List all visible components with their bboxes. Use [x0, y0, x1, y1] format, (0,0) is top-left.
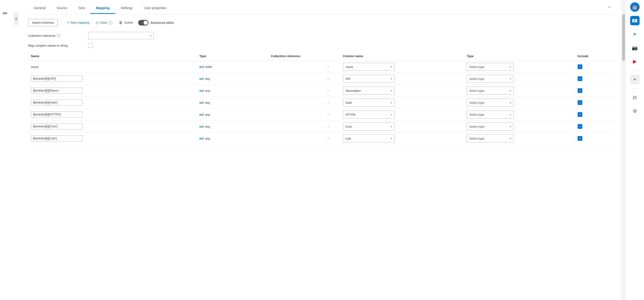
chevron-down-icon: ▾: [510, 137, 511, 140]
type-cell: ANYany: [196, 97, 256, 109]
clear-button[interactable]: ◇ Clear i: [94, 19, 114, 26]
clear-info-icon[interactable]: i: [108, 21, 112, 25]
plus-icon: +: [67, 21, 69, 25]
left-collapse-handle[interactable]: |||: [14, 13, 18, 25]
tab-general[interactable]: General: [28, 3, 51, 14]
import-schemas-button[interactable]: Import schemas: [28, 19, 58, 26]
chevron-down-icon: ▾: [391, 125, 392, 128]
type-value: any: [205, 137, 210, 140]
instagram-icon[interactable]: 📷: [630, 43, 640, 52]
type-select-cell: Select type▾: [464, 97, 575, 109]
column-name-dropdown[interactable]: Cors▾: [343, 123, 394, 131]
tab-bar: General Source Sink Mapping Settings Use…: [28, 2, 614, 14]
include-checkbox[interactable]: ✓: [578, 124, 582, 129]
name-cell-input[interactable]: [31, 123, 82, 130]
name-cell-text: count: [31, 65, 38, 69]
column-name-cell: API▾: [340, 73, 464, 85]
chevron-down-icon: ▾: [150, 34, 151, 37]
column-name-cell: Auth▾: [340, 97, 464, 109]
type-select-dropdown[interactable]: Select type▾: [467, 63, 514, 71]
include-cell: ✓: [575, 97, 614, 109]
column-name-value: Cors: [346, 125, 352, 128]
name-cell-input[interactable]: [31, 88, 82, 94]
paper-plane-icon[interactable]: ✈: [630, 29, 640, 39]
map-complex-checkbox[interactable]: [88, 43, 93, 48]
copilot-icon[interactable]: 🤖: [630, 2, 640, 12]
window-icon[interactable]: ⊟: [630, 93, 640, 102]
type-select-dropdown[interactable]: Select type▾: [467, 75, 514, 83]
column-name-dropdown[interactable]: API▾: [343, 75, 394, 83]
include-checkbox[interactable]: ✓: [578, 100, 582, 105]
map-complex-row: Map complex values to string: [28, 43, 614, 48]
add-sidebar-button[interactable]: +: [630, 75, 640, 84]
include-checkbox[interactable]: ✓: [578, 64, 582, 69]
table-row: ANYany→Description▾Select type▾✓: [28, 85, 614, 97]
column-name-cell: Link▾: [340, 133, 464, 145]
tab-source[interactable]: Source: [51, 3, 73, 14]
type-cell: ANYany: [196, 121, 256, 133]
type-select-dropdown[interactable]: Select type▾: [467, 87, 514, 95]
tab-mapping[interactable]: Mapping: [90, 3, 115, 14]
type-select-dropdown[interactable]: Select type▾: [467, 111, 514, 119]
youtube-icon[interactable]: ▶: [630, 57, 640, 66]
tab-sink[interactable]: Sink: [73, 3, 90, 14]
name-cell-input[interactable]: [31, 76, 82, 82]
tab-user-properties[interactable]: User properties: [138, 3, 172, 14]
collection-ref-cell: [256, 97, 315, 109]
settings-icon[interactable]: ⚙: [630, 106, 640, 116]
type-value: any: [205, 113, 210, 116]
col-header-name: Name: [28, 52, 196, 61]
type-badge: ANY: [200, 66, 204, 68]
include-checkbox[interactable]: ✓: [578, 76, 582, 81]
tab-collapse-button[interactable]: ⌃: [604, 2, 614, 14]
column-name-dropdown[interactable]: Auth▾: [343, 99, 394, 107]
tab-settings[interactable]: Settings: [115, 3, 138, 14]
name-cell-input[interactable]: [31, 112, 82, 118]
toolbar-separator-1: [62, 20, 62, 25]
left-label: rm: [0, 9, 10, 17]
column-name-value: Auth: [346, 101, 352, 104]
type-select-dropdown[interactable]: Select type▾: [467, 99, 514, 107]
type-cell: ANYany: [196, 133, 256, 145]
chevron-down-icon: ▾: [391, 101, 392, 104]
arrow-cell: →: [315, 61, 340, 73]
outlook-icon[interactable]: 📧: [630, 16, 640, 25]
name-cell-input[interactable]: [31, 135, 82, 142]
include-checkbox[interactable]: ✓: [578, 88, 582, 93]
table-row: ANYany→HTTPS▾Select type▾✓: [28, 109, 614, 121]
table-header: Name Type Collection reference Column na…: [28, 52, 614, 61]
type-select-dropdown[interactable]: Select type▾: [467, 123, 514, 131]
scrollbar-thumb[interactable]: [622, 14, 625, 61]
column-name-dropdown[interactable]: Link▾: [343, 135, 394, 143]
chevron-down-icon: ▾: [510, 78, 511, 80]
table-body: countANYInt64→count▾Select type▾✓ANYany→…: [28, 61, 614, 145]
include-checkbox[interactable]: ✓: [578, 112, 582, 117]
type-select-cell: Select type▾: [464, 61, 575, 73]
type-select-cell: Select type▾: [464, 121, 575, 133]
type-value: any: [205, 89, 210, 93]
toggle-switch-control[interactable]: [138, 20, 148, 25]
chevron-down-icon: ▾: [510, 66, 511, 68]
col-header-include: Include: [575, 52, 614, 61]
new-mapping-button[interactable]: + New mapping: [66, 20, 90, 26]
arrow-cell: →: [315, 85, 340, 97]
col-header-column-name: Column name: [340, 52, 464, 61]
type-cell: ANYany: [196, 73, 256, 85]
column-name-dropdown[interactable]: Description▾: [343, 87, 394, 95]
name-cell-input[interactable]: [31, 100, 82, 106]
type-select-cell: Select type▾: [464, 109, 575, 121]
delete-button[interactable]: 🗑 Delete: [118, 20, 134, 26]
sidebar-divider-1: [629, 70, 640, 70]
type-select-dropdown[interactable]: Select type▾: [467, 135, 514, 143]
column-name-dropdown[interactable]: HTTPS▾: [343, 111, 394, 119]
scrollbar-track[interactable]: [622, 0, 625, 300]
collection-ref-cell: [256, 85, 315, 97]
collection-info-icon[interactable]: i: [57, 34, 60, 37]
type-select-value: Select type: [469, 77, 484, 81]
type-select-value: Select type: [469, 65, 484, 69]
arrow-cell: →: [315, 109, 340, 121]
column-name-value: Description: [346, 89, 361, 93]
collection-reference-dropdown[interactable]: ▾: [88, 32, 154, 39]
include-checkbox[interactable]: ✓: [578, 136, 582, 141]
column-name-dropdown[interactable]: count▾: [343, 63, 394, 71]
